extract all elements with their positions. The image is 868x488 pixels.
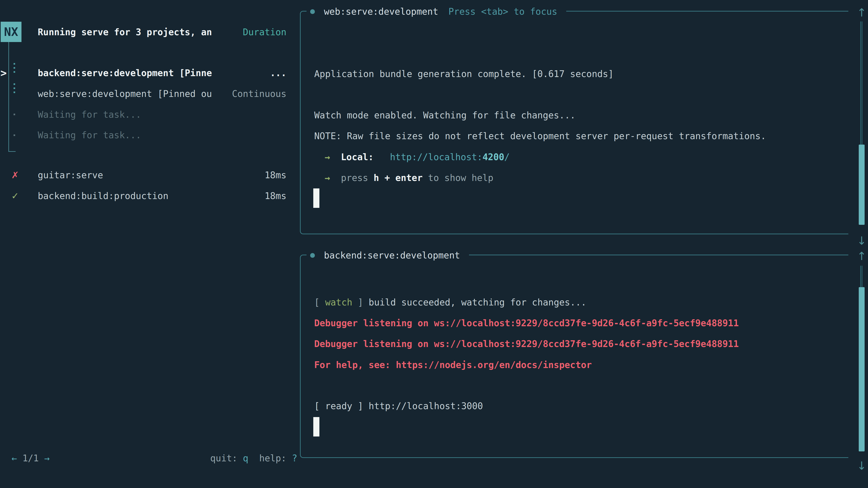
- log-line-watch-mode: Watch mode enabled. Watching for file ch…: [314, 105, 576, 126]
- press-suffix: to show help: [423, 173, 493, 183]
- page-indicator: [17, 453, 22, 463]
- log-line-bundle-complete: Application bundle generation complete. …: [314, 64, 614, 84]
- scroll-down-icon[interactable]: ↓: [855, 459, 868, 473]
- scrollbar-thumb[interactable]: [859, 287, 865, 451]
- quit-key: q: [243, 453, 248, 463]
- task-row-waiting-1[interactable]: Waiting for task...: [38, 104, 141, 125]
- log-line-inspector-help: For help, see: https://nodejs.org/en/doc…: [314, 355, 592, 375]
- focus-hint: Press <tab> to focus: [448, 6, 557, 17]
- task-status-bullet-icon: [310, 253, 315, 258]
- prompt-arrow-icon: →: [324, 173, 330, 183]
- terminal-cursor: [313, 188, 319, 208]
- watch-message: build succeeded, watching for changes...: [363, 297, 586, 307]
- scroll-up-icon[interactable]: ↑: [855, 250, 868, 263]
- task-duration-backend-build: 18ms: [0, 186, 286, 206]
- press-prefix: press: [330, 173, 374, 183]
- log-line-local-url: → Local: http://localhost:4200/: [324, 147, 510, 167]
- waiting-dot-icon: [13, 113, 15, 115]
- local-label: Local:: [330, 152, 374, 162]
- log-line-watch-status: [ watch ] build succeeded, watching for …: [314, 292, 586, 313]
- log-line-debugger-2: Debugger listening on ws://localhost:922…: [314, 333, 739, 354]
- page-prev-icon[interactable]: ←: [11, 453, 17, 463]
- press-keys: h + enter: [374, 173, 423, 183]
- watch-tag: watch: [325, 297, 352, 307]
- prompt-arrow-icon: →: [324, 152, 330, 162]
- task-row-waiting-2[interactable]: Waiting for task...: [38, 125, 141, 145]
- scroll-down-icon[interactable]: ↓: [855, 234, 868, 248]
- bracket-close: ]: [352, 297, 363, 307]
- local-url[interactable]: http://localhost:: [390, 152, 483, 162]
- quit-label: quit:: [210, 453, 243, 463]
- scrollbar-thumb[interactable]: [859, 144, 865, 225]
- log-line-ready: [ ready ] http://localhost:3000: [314, 396, 483, 416]
- waiting-dot-icon: [13, 134, 15, 136]
- keyboard-shortcuts: quit: q help: ?: [210, 448, 297, 468]
- scrollbar-track[interactable]: [860, 266, 862, 287]
- help-key: ?: [292, 453, 297, 463]
- local-gap: [374, 152, 390, 162]
- page-indicator-space: [39, 453, 44, 463]
- help-label: help:: [248, 453, 292, 463]
- terminal-pane-backend-serve-header[interactable]: backend:serve:development: [307, 245, 469, 266]
- task-status-bullet-icon: [310, 9, 315, 14]
- local-slash[interactable]: /: [504, 152, 510, 162]
- terminal-cursor: [313, 417, 319, 436]
- bracket-open: [: [314, 297, 325, 307]
- log-line-note: NOTE: Raw file sizes do not reflect deve…: [314, 126, 766, 147]
- terminal-pane-web-serve-header[interactable]: web:serve:development Press <tab> to foc…: [307, 1, 566, 22]
- task-value-web-serve: Continuous: [0, 84, 286, 104]
- page-count: 1/1: [22, 453, 39, 463]
- nx-tui-app: { "colors": { "background": "#162530", "…: [0, 0, 868, 488]
- pane-title: backend:serve:development: [324, 250, 460, 260]
- duration-column-header: Duration: [0, 22, 286, 42]
- local-port[interactable]: 4200: [483, 152, 504, 162]
- task-duration-guitar-serve: 18ms: [0, 165, 286, 186]
- page-next-icon[interactable]: →: [44, 453, 50, 463]
- scroll-up-icon[interactable]: ↑: [855, 6, 868, 20]
- log-line-help-hint: → press h + enter to show help: [324, 167, 493, 188]
- task-tree-line-foot: [8, 151, 16, 152]
- log-line-debugger-1: Debugger listening on ws://localhost:922…: [314, 313, 739, 333]
- task-value-backend-serve: ...: [0, 63, 286, 84]
- pagination: ← 1/1 →: [11, 448, 50, 468]
- scrollbar-track[interactable]: [860, 22, 862, 144]
- pane-title: web:serve:development: [324, 6, 438, 17]
